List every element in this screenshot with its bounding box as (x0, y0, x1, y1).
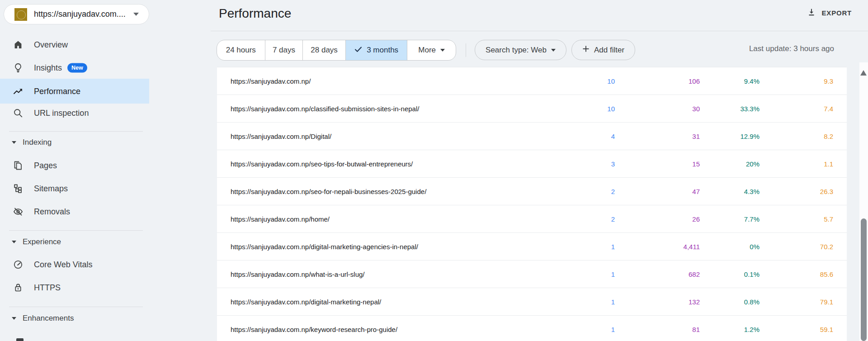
page-url[interactable]: https://sanjuyadav.com.np/home/ (231, 215, 330, 223)
impressions-value[interactable]: 26 (692, 215, 700, 223)
clicks-value[interactable]: 10 (607, 77, 615, 85)
caret-down-icon (12, 141, 16, 144)
impressions-value[interactable]: 106 (689, 77, 700, 85)
header-divider (211, 31, 868, 31)
pages-icon (13, 160, 24, 171)
site-favicon (14, 8, 27, 21)
impressions-value[interactable]: 47 (692, 188, 700, 195)
sidebar-item-performance[interactable]: Performance (0, 79, 149, 104)
position-value: 79.1 (820, 298, 833, 306)
clicks-value[interactable]: 2 (611, 215, 615, 223)
clicks-value[interactable]: 1 (611, 243, 615, 251)
ctr-value: 33.3% (740, 105, 760, 113)
ctr-value: 4.3% (744, 188, 760, 195)
table-row[interactable]: https://sanjuyadav.com.np/classified-sub… (217, 95, 847, 123)
ctr-value: 1.2% (744, 326, 760, 333)
sidebar-item-overview[interactable]: Overview (0, 33, 149, 57)
add-filter-button[interactable]: Add filter (571, 40, 635, 60)
search-icon (13, 108, 24, 118)
sidebar-item-sitemaps[interactable]: Sitemaps (0, 177, 149, 200)
pages-table: https://sanjuyadav.com.np/ 10 106 9.4% 9… (217, 67, 847, 341)
range-28-days[interactable]: 28 days (302, 40, 345, 60)
table-row[interactable]: https://sanjuyadav.com.np/what-is-a-url-… (217, 260, 847, 288)
search-type-dropdown[interactable]: Search type: Web (475, 40, 566, 60)
home-icon (13, 39, 24, 50)
sidebar-item-label: HTTPS (34, 283, 61, 293)
property-selector[interactable]: https://sanjuyadav.com.... (4, 4, 149, 24)
impressions-value[interactable]: 4,411 (684, 243, 700, 251)
sidebar-section-experience[interactable]: Experience (0, 232, 149, 252)
caret-down-icon (551, 49, 556, 52)
impressions-value[interactable]: 15 (692, 160, 700, 168)
table-row[interactable]: https://sanjuyadav.com.np/seo-for-nepali… (217, 178, 847, 205)
sidebar-item-label: Overview (34, 40, 68, 50)
clicks-value[interactable]: 1 (611, 326, 615, 333)
clicks-value[interactable]: 1 (611, 298, 615, 306)
sidebar-section-indexing[interactable]: Indexing (0, 133, 149, 152)
table-row[interactable]: https://sanjuyadav.com.np/ 10 106 9.4% 9… (217, 67, 847, 95)
clicks-value[interactable]: 1 (611, 270, 615, 278)
impressions-value[interactable]: 81 (692, 326, 700, 333)
table-row[interactable]: https://sanjuyadav.com.np/Digital/ 4 31 … (217, 123, 847, 150)
range-24-hours[interactable]: 24 hours (217, 40, 265, 60)
sidebar-item-insights[interactable]: InsightsNew (0, 56, 149, 80)
clicks-value[interactable]: 10 (607, 105, 615, 113)
table-row[interactable]: https://sanjuyadav.com.np/digital-market… (217, 288, 847, 316)
range-3-months[interactable]: 3 months (345, 40, 407, 60)
clicks-value[interactable]: 2 (611, 188, 615, 195)
clicks-value[interactable]: 3 (611, 160, 615, 168)
position-value: 7.4 (824, 105, 833, 113)
position-value: 1.1 (824, 160, 833, 168)
sidebar-section-enhancements[interactable]: Enhancements (0, 308, 149, 328)
sidebar-item-core-web-vitals[interactable]: Core Web Vitals (0, 253, 149, 276)
sidebar-item-label: URL inspection (34, 109, 89, 118)
impressions-value[interactable]: 682 (689, 270, 700, 278)
search-console-performance-page: https://sanjuyadav.com.... Overview Insi… (0, 0, 868, 341)
clicks-value[interactable]: 4 (611, 133, 615, 140)
page-url[interactable]: https://sanjuyadav.com.np/classified-sub… (231, 105, 419, 113)
table-row[interactable]: https://sanjuyadav.com.np/seo-tips-for-b… (217, 150, 847, 178)
property-url: https://sanjuyadav.com.... (34, 9, 126, 19)
page-url[interactable]: https://sanjuyadav.com.np/what-is-a-url-… (231, 270, 365, 278)
page-url[interactable]: https://sanjuyadav.com.np/digital-market… (231, 298, 381, 306)
page-url[interactable]: https://sanjuyadav.com.np/seo-for-nepali… (231, 188, 426, 195)
impressions-value[interactable]: 30 (692, 105, 700, 113)
range-more[interactable]: More (407, 40, 456, 60)
download-icon (807, 7, 816, 19)
position-value: 5.7 (824, 215, 833, 223)
page-url[interactable]: https://sanjuyadav.com.np/seo-tips-for-b… (231, 160, 413, 168)
sidebar-item-https[interactable]: HTTPS (0, 276, 149, 299)
position-value: 9.3 (824, 77, 833, 85)
lightbulb-icon (13, 62, 24, 73)
scrollbar-up-arrow[interactable] (860, 70, 867, 76)
page-title: Performance (219, 6, 291, 21)
table-row[interactable]: https://sanjuyadav.com.np/home/ 2 26 7.7… (217, 205, 847, 233)
range-7-days[interactable]: 7 days (265, 40, 303, 60)
caret-down-icon (440, 49, 445, 52)
page-url[interactable]: https://sanjuyadav.com.np/Digital/ (231, 133, 331, 140)
table-row[interactable]: https://sanjuyadav.com.np/digital-market… (217, 233, 847, 260)
sidebar-item-label: Removals (34, 207, 70, 217)
plus-icon (582, 45, 590, 55)
ctr-value: 7.7% (744, 215, 760, 223)
export-button[interactable]: EXPORT (807, 5, 852, 21)
check-icon (354, 46, 362, 55)
page-url[interactable]: https://sanjuyadav.com.np/digital-market… (231, 243, 418, 251)
impressions-value[interactable]: 132 (689, 298, 700, 306)
position-value: 70.2 (820, 243, 833, 251)
sidebar-item-url-inspection[interactable]: URL inspection (0, 101, 149, 125)
sidebar-item-label: Pages (34, 161, 57, 170)
page-url[interactable]: https://sanjuyadav.com.np/keyword-resear… (231, 326, 397, 333)
sidebar-item-pages[interactable]: Pages (0, 154, 149, 177)
sidebar-divider (9, 307, 143, 307)
ctr-value: 0% (750, 243, 760, 251)
impressions-value[interactable]: 31 (692, 133, 700, 140)
page-url[interactable]: https://sanjuyadav.com.np/ (231, 77, 311, 85)
sidebar-divider (9, 230, 143, 231)
ctr-value: 9.4% (744, 77, 760, 85)
position-value: 26.3 (820, 188, 833, 195)
table-row[interactable]: https://sanjuyadav.com.np/keyword-resear… (217, 316, 847, 341)
caret-down-icon (12, 317, 16, 320)
sidebar-item-removals[interactable]: Removals (0, 200, 149, 223)
scrollbar-thumb[interactable] (861, 218, 867, 341)
